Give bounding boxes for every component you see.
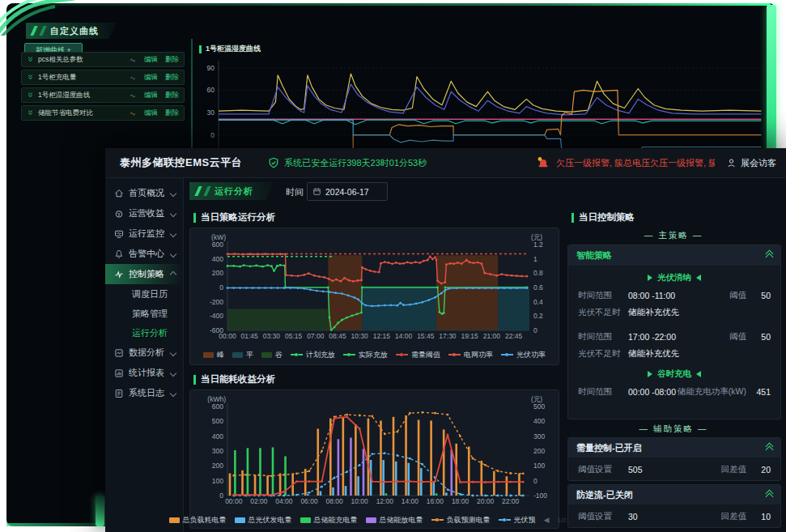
title-accent-bar xyxy=(571,213,574,223)
breadcrumb: 运行分析 xyxy=(189,182,274,200)
sidebar-item-alarms[interactable]: 告警中心 xyxy=(105,244,183,264)
row-label: 储能充电功率(kW) xyxy=(678,386,746,398)
svg-text:0: 0 xyxy=(533,326,537,334)
money-bag-icon xyxy=(114,209,124,219)
delete-button[interactable]: 删除 xyxy=(165,109,179,118)
card-title: 智能策略 xyxy=(576,249,612,262)
svg-text:00:00: 00:00 xyxy=(225,497,243,505)
sidebar-item-label: 数据分析 xyxy=(129,347,164,359)
bg-chart-title: 1号柜温湿度曲线 xyxy=(206,44,261,54)
svg-text:-200: -200 xyxy=(210,298,223,306)
section-title-strategy: 当日策略运行分析 xyxy=(193,211,275,223)
edit-button[interactable]: 编辑 xyxy=(144,55,158,65)
double-chevron-down-icon xyxy=(27,74,34,81)
legend-item[interactable]: 计划充放 xyxy=(291,350,335,360)
legend-item[interactable]: 总储能放电量 xyxy=(366,515,423,526)
edit-button[interactable]: 编辑 xyxy=(144,73,158,83)
sidebar-item-system-logs[interactable]: 系统日志 xyxy=(105,383,183,403)
row-label: 时间范围 xyxy=(578,331,628,343)
legend-item[interactable]: 电网功率 xyxy=(448,350,493,360)
legend-page-num[interactable]: 1/2 xyxy=(557,517,566,524)
legend-page-prev[interactable]: ◀ xyxy=(544,516,550,524)
svg-text:300: 300 xyxy=(212,447,223,455)
collapse-icon[interactable] xyxy=(767,444,772,453)
smart-strategy-header[interactable]: 智能策略 xyxy=(568,245,780,266)
slash-decoration xyxy=(203,186,210,196)
alarm-ticker[interactable]: 欠压一级报警, 簇总电压欠压一级报警, 簇SO xyxy=(556,157,715,169)
demand-control-header[interactable]: 需量控制-已开启 xyxy=(568,438,780,458)
list-item[interactable]: 1号柜充电量 编辑 删除 xyxy=(21,70,185,85)
chevron-down-icon xyxy=(170,189,176,196)
edit-button[interactable]: 编辑 xyxy=(144,109,158,118)
legend-item[interactable]: 实际充放 xyxy=(343,350,388,360)
section-title-text: 当日能耗收益分析 xyxy=(201,373,275,385)
legend-item[interactable]: 光伏预 xyxy=(499,515,536,526)
legend-item[interactable]: 需量阈值 xyxy=(396,350,440,360)
legend-item[interactable]: 总负载耗电量 xyxy=(169,515,227,526)
curve-name: 1号柜充电量 xyxy=(38,73,125,83)
curve-preview-icon xyxy=(129,74,137,81)
curve-name: 储能节省电费对比 xyxy=(38,109,125,118)
legend-item[interactable]: 总光伏发电量 xyxy=(235,515,292,526)
demand-control-card: 需量控制-已开启 阈值设置 505 回差值 20 xyxy=(567,437,781,481)
anti-backflow-header[interactable]: 防逆流-已关闭 xyxy=(568,485,780,504)
row-value: 50 xyxy=(746,332,771,342)
delete-button[interactable]: 删除 xyxy=(165,91,179,100)
neon-top-border xyxy=(39,3,771,6)
edit-button[interactable]: 编辑 xyxy=(144,91,158,100)
sidebar-item-reports[interactable]: 统计报表 xyxy=(105,363,183,383)
row-value: 储能补充优先 xyxy=(628,348,679,360)
strategy-run-chart: 6004002000-200-400-600(kW)1.210.80.60.40… xyxy=(195,232,554,345)
collapse-icon[interactable] xyxy=(767,251,772,260)
neon-left-glow xyxy=(96,496,104,526)
list-item[interactable]: 储能节省电费对比 编辑 删除 xyxy=(21,105,185,121)
sidebar-subitem-label: 策略管理 xyxy=(132,308,168,320)
list-item[interactable]: pcs相关总参数 编辑 删除 xyxy=(21,52,185,67)
sidebar-item-data-analysis[interactable]: 数据分析 xyxy=(105,343,183,363)
legend-item[interactable]: 光伏功率 xyxy=(501,350,546,360)
row-label: 光伏不足时 xyxy=(578,307,628,318)
double-chevron-down-icon xyxy=(27,92,34,99)
legend-item[interactable]: 谷 xyxy=(261,350,283,360)
svg-text:10:30: 10:30 xyxy=(351,332,369,340)
row-value: 50 xyxy=(746,291,771,300)
sidebar-subitem-strategy-management[interactable]: 策略管理 xyxy=(105,304,183,323)
legend-item[interactable]: 负载预测电量 xyxy=(431,515,491,526)
svg-text:400: 400 xyxy=(212,255,223,263)
sidebar-item-monitoring[interactable]: 运行监控 xyxy=(105,223,183,244)
energy-chart-panel: 6005004003002001000(kWh)5004003002001000… xyxy=(189,389,559,529)
svg-text:07:00: 07:00 xyxy=(307,332,325,340)
delete-button[interactable]: 删除 xyxy=(165,73,179,83)
chevron-down-icon xyxy=(170,349,176,355)
delete-button[interactable]: 删除 xyxy=(165,55,179,65)
shield-icon xyxy=(268,157,279,168)
collapse-icon[interactable] xyxy=(767,491,772,500)
sidebar-item-control-strategy[interactable]: 控制策略 xyxy=(105,264,183,284)
svg-text:04:00: 04:00 xyxy=(275,497,293,505)
pv-consumption-header: 光伏消纳 xyxy=(568,272,780,283)
legend-item[interactable]: 峰 xyxy=(203,350,224,360)
legend-item[interactable]: 平 xyxy=(232,350,253,360)
svg-text:(kW): (kW) xyxy=(211,233,226,241)
svg-text:22:45: 22:45 xyxy=(505,332,523,340)
uptime-status: 系统已安全运行398天23时01分53秒 xyxy=(268,157,427,169)
row-label: 回差值 xyxy=(721,511,747,522)
list-item[interactable]: 1号柜温湿度曲线 编辑 删除 xyxy=(21,87,185,103)
svg-text:18:00: 18:00 xyxy=(452,497,469,505)
sidebar-subitem-dispatch-calendar[interactable]: 调度日历 xyxy=(105,284,183,304)
svg-text:300: 300 xyxy=(533,432,545,440)
row-label: 阈值设置 xyxy=(578,464,628,475)
legend-item[interactable]: 总储能充电量 xyxy=(300,515,358,526)
sidebar-item-revenue[interactable]: 运营收益 xyxy=(105,203,183,223)
row-value: 30 xyxy=(628,512,638,521)
date-picker[interactable]: 2024-06-17 xyxy=(307,182,388,201)
alarm-siren-icon[interactable] xyxy=(537,156,550,169)
sidebar-subitem-operation-analysis[interactable]: 运行分析 xyxy=(105,323,183,343)
sidebar-item-home[interactable]: 首页概况 xyxy=(105,183,183,203)
sidebar-subitem-label: 运行分析 xyxy=(132,327,168,339)
slash-decoration xyxy=(194,186,202,196)
user-menu[interactable]: 展会访客 xyxy=(726,157,776,169)
breadcrumb-text: 运行分析 xyxy=(215,185,253,198)
double-chevron-down-icon xyxy=(27,109,34,117)
triangle-left-icon xyxy=(696,275,701,281)
